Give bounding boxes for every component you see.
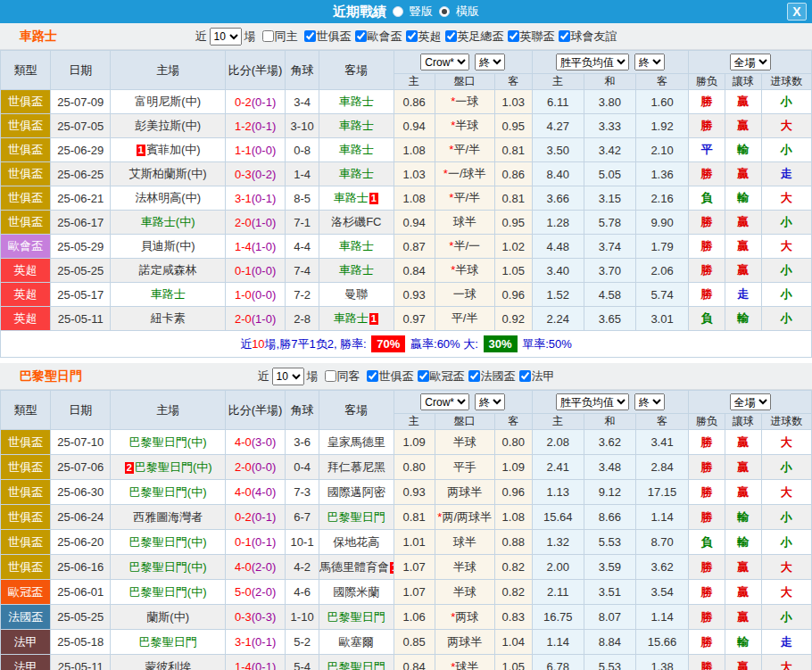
- match-date: 25-06-21: [57, 192, 104, 205]
- layout-radio-horizontal-label[interactable]: 橫版: [456, 4, 479, 20]
- avg-draw: 3.51: [599, 585, 621, 599]
- match-row: 英超25-05-11紐卡素2-0(1-0)2-8車路士10.97平/半0.922…: [1, 307, 812, 331]
- avg-draw-cell: 3.59: [584, 555, 635, 580]
- scope-select[interactable]: 全場: [730, 54, 771, 70]
- league-checkbox[interactable]: [304, 30, 316, 42]
- layout-radio-vertical-label[interactable]: 豎版: [410, 4, 433, 20]
- avg-draw-cell: 3.48: [584, 455, 635, 480]
- league-checkbox[interactable]: [508, 30, 519, 42]
- league-filter: 法國盃: [465, 368, 516, 385]
- same-venue-checkbox[interactable]: [325, 370, 336, 382]
- corner-score: 4-6: [294, 585, 311, 599]
- avg-home: 4.48: [547, 240, 569, 253]
- match-row: 世俱盃25-06-291賓菲加(中)1-1(0-0)0-8車路士1.08*平/半…: [1, 138, 812, 162]
- avg-home: 6.78: [547, 660, 569, 670]
- avg-away: 2.06: [650, 264, 673, 277]
- result-handicap-cell: 贏: [725, 555, 761, 580]
- away-odds-cell: 0.95: [494, 211, 532, 235]
- odds-source-select[interactable]: Crow*: [420, 393, 469, 410]
- league-checkbox-label: 世俱盃: [379, 368, 414, 385]
- avg-time-select[interactable]: 終: [634, 393, 665, 410]
- avg-away-cell: 1.14: [635, 505, 688, 530]
- league-checkbox[interactable]: [559, 30, 570, 42]
- halftime-score: (0-2): [252, 168, 276, 181]
- home-team-name: 巴黎聖日門(中): [129, 435, 207, 449]
- match-date-cell: 25-06-29: [51, 138, 111, 162]
- league-checkbox[interactable]: [445, 30, 457, 42]
- match-date: 25-05-11: [58, 660, 104, 670]
- avg-home-cell: 1.28: [532, 211, 584, 235]
- league-checkbox[interactable]: [519, 370, 531, 382]
- scope-select[interactable]: 全場: [730, 393, 771, 410]
- home-odds-cell: 0.94: [394, 211, 435, 235]
- corner-score: 7-4: [294, 264, 311, 277]
- league-checkbox[interactable]: [468, 370, 480, 382]
- result-goals: 小: [781, 143, 792, 156]
- corner-cell: 1-4: [286, 162, 319, 186]
- home-odds-cell: 0.80: [394, 455, 435, 480]
- away-odds-cell: 0.81: [494, 186, 532, 211]
- avg-type-select[interactable]: 胜平负均值: [556, 393, 629, 410]
- avg-away: 1.60: [650, 95, 673, 109]
- avg-draw: 5.05: [599, 168, 621, 181]
- score-cell: 0-2(0-1): [225, 505, 285, 530]
- layout-radio-vertical[interactable]: [393, 6, 403, 17]
- odds-time-select[interactable]: 終: [475, 393, 505, 410]
- league-checkbox[interactable]: [367, 370, 378, 382]
- league-checkbox[interactable]: [418, 370, 429, 382]
- league-type-label: 歐會盃: [8, 239, 43, 252]
- col-avg-draw: 和: [584, 414, 635, 430]
- league-filter-list: 世俱盃歐會盃英超英足總盃英聯盃球會友誼: [301, 29, 617, 45]
- odds-source-select[interactable]: Crow*: [420, 54, 469, 70]
- corner-score: 0-4: [294, 460, 311, 474]
- corner-cell: 8-5: [286, 186, 319, 211]
- same-venue-checkbox[interactable]: [262, 30, 274, 42]
- avg-draw-cell: 8.66: [584, 505, 635, 530]
- match-date-cell: 25-06-30: [51, 480, 111, 505]
- league-checkbox[interactable]: [355, 30, 367, 42]
- avg-draw-cell: 3.62: [584, 430, 635, 455]
- away-odds: 1.05: [502, 264, 525, 277]
- away-team-cell: 巴黎聖日門: [319, 605, 394, 630]
- away-odds: 1.09: [502, 460, 525, 474]
- handicap-name: 半/一: [453, 239, 480, 252]
- league-checkbox-label: 英超: [418, 29, 442, 45]
- avg-type-select[interactable]: 胜平负均值: [556, 54, 629, 70]
- home-odds: 1.03: [402, 168, 425, 181]
- result-goals-cell: 走: [761, 162, 811, 186]
- close-button[interactable]: X: [787, 3, 807, 21]
- match-date-cell: 25-06-01: [51, 580, 111, 605]
- fulltime-score: 4-0: [235, 560, 252, 574]
- handicap-name: 平/半: [452, 311, 478, 325]
- recent-count-select[interactable]: 10: [210, 28, 242, 45]
- handicap-rate-value: 60%: [437, 337, 460, 351]
- away-odds: 0.96: [502, 485, 525, 499]
- odds-time-select[interactable]: 終: [475, 54, 505, 70]
- home-team-cell: 巴黎聖日門(中): [111, 555, 226, 580]
- league-checkbox[interactable]: [406, 30, 418, 42]
- col-avg-home: 主: [532, 414, 584, 430]
- score-cell: 4-0(2-0): [225, 555, 285, 580]
- avg-away-cell: 3.41: [635, 430, 688, 455]
- layout-radio-horizontal[interactable]: [439, 6, 450, 17]
- avg-away-cell: 8.70: [635, 530, 688, 555]
- avg-away: 1.79: [650, 240, 673, 253]
- avg-away: 2.10: [650, 144, 673, 157]
- result-goals-cell: 小: [761, 455, 811, 480]
- away-odds-cell: 0.82: [494, 580, 532, 605]
- avg-away-cell: 3.54: [635, 580, 688, 605]
- recent-count-select[interactable]: 10: [272, 368, 304, 385]
- result-goals: 小: [781, 610, 792, 624]
- team-section-chelsea: 車路士 近 10 場 同主 世俱盃歐會盃英超英足總盃英聯盃球會友誼 類型 日期 …: [0, 23, 812, 358]
- avg-draw-cell: 3.74: [584, 235, 635, 259]
- avg-draw: 3.70: [599, 264, 621, 277]
- handicap-cell: *半球: [435, 259, 494, 283]
- league-type-label: 法甲: [14, 635, 37, 649]
- league-type-label: 英超: [14, 311, 37, 325]
- home-odds-cell: 0.86: [394, 90, 435, 114]
- avg-time-select[interactable]: 終: [634, 54, 665, 70]
- col-odds-away: 客: [494, 74, 532, 90]
- result-handicap-cell: 贏: [725, 455, 761, 480]
- result-goals: 大: [781, 560, 792, 574]
- home-odds-cell: 0.94: [394, 114, 435, 138]
